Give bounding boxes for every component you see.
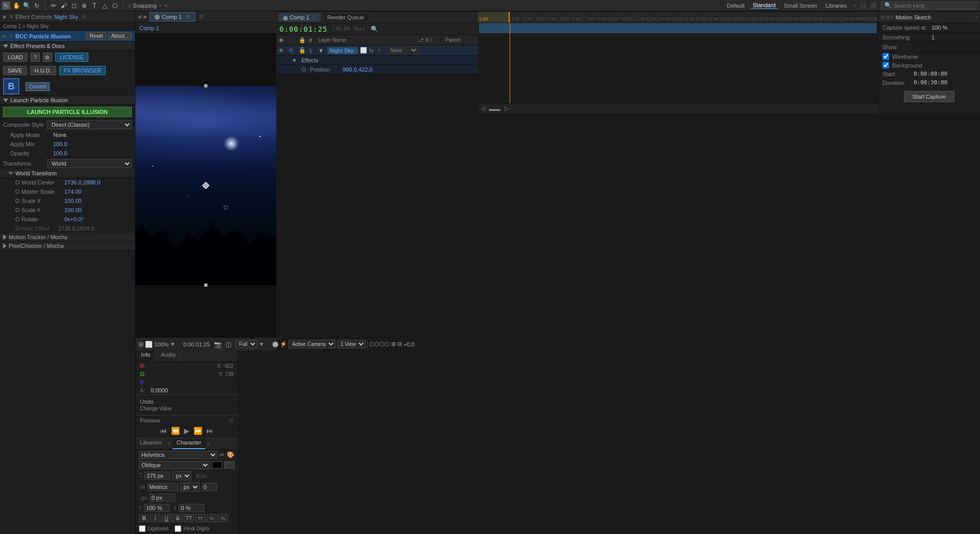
undo-label[interactable]: Undo	[140, 398, 233, 405]
kerning-input[interactable]	[202, 483, 217, 491]
workspace-standard[interactable]: Standard	[751, 2, 778, 9]
hindi-digits-checkbox[interactable]	[175, 525, 181, 532]
background-checkbox[interactable]	[882, 62, 889, 68]
camera-tool-icon[interactable]: ⬡	[111, 2, 119, 10]
camera-dropdown[interactable]: Active Camera	[289, 340, 336, 349]
workspace-libraries[interactable]: Libraries	[823, 3, 849, 9]
snapping-control[interactable]: □ Snapping ⌖ ✛	[128, 3, 168, 9]
stamp-tool-icon[interactable]: ⊕	[80, 2, 88, 10]
info-tab[interactable]: Info	[136, 351, 156, 361]
start-capture-button[interactable]: Start Capture	[904, 91, 954, 102]
resolution-arrow[interactable]: ▼	[259, 341, 264, 347]
comp1-tab[interactable]: ⬤ Comp 1 ☰	[150, 12, 195, 21]
rotate-tool-icon[interactable]: ↻	[33, 2, 41, 10]
reset-button[interactable]: Reset	[86, 32, 106, 40]
timeline-layer-row[interactable]: 👁 ⊙ 🔓 1 ▼ Night Sky ⬜ fx / None	[276, 45, 478, 56]
pixel-aspect-btn[interactable]: ⊟	[397, 341, 402, 347]
transfer-controls[interactable]: ⬡⬡⬡⬡	[369, 341, 390, 347]
layer-lock-btn[interactable]: 🔓	[299, 47, 307, 54]
handle-bot-mid[interactable]	[204, 283, 208, 287]
font-style-select[interactable]: Oblique	[139, 461, 210, 469]
view-select[interactable]: 1 View	[337, 340, 366, 349]
transforms-select[interactable]: World	[47, 159, 132, 168]
libraries-expand-icon[interactable]: »	[165, 438, 173, 449]
char-expand-icon[interactable]: »	[205, 438, 212, 449]
allcaps-btn[interactable]: TT	[184, 514, 194, 522]
exposure-control[interactable]: +0.0	[403, 341, 415, 347]
resolution-select[interactable]: Full	[235, 340, 257, 349]
master-scale-val[interactable]: 174.00	[64, 189, 82, 195]
italic-btn[interactable]: I	[150, 514, 160, 522]
color-manage-btn[interactable]: ⬤ ⚡ Active Camera 1 View ⬡⬡⬡⬡ ⊞ ⊟ +0.0	[272, 340, 415, 349]
current-preset-tab[interactable]: Current	[26, 82, 50, 91]
layer-name-display[interactable]: Night Sky	[327, 47, 358, 54]
baseline-input[interactable]	[150, 494, 175, 502]
scale-y-val[interactable]: 100.00	[64, 207, 82, 213]
ligatures-checkbox[interactable]	[139, 525, 146, 532]
fx-browser-button[interactable]: FX BROWSER	[59, 66, 106, 75]
audio-tab[interactable]: Audio	[156, 351, 181, 361]
hud-button[interactable]: H.U.D.	[30, 66, 56, 75]
effects-expand-icon[interactable]: ▼	[292, 57, 297, 63]
workspace-small-screen[interactable]: Small Screen	[782, 3, 819, 9]
time-display[interactable]: 0:00:01:25	[183, 341, 210, 347]
world-center-val[interactable]: 2736.0,2888.0	[64, 179, 100, 185]
pixel-chooser-toggle[interactable]: PixelChooser / Mocha	[0, 242, 135, 250]
parent-select[interactable]: None	[388, 47, 418, 54]
subscript-btn[interactable]: Ts	[218, 514, 228, 522]
motion-tracker-toggle[interactable]: Motion Tracker / Mocha	[0, 233, 135, 242]
eraser-tool-icon[interactable]: ◻	[70, 2, 78, 10]
vert-scale-input[interactable]	[144, 504, 170, 512]
text-tool-icon[interactable]: T	[90, 2, 99, 10]
timeline-current-time[interactable]: 0:00:01:25	[279, 25, 327, 33]
tl-zoom-in-icon[interactable]: ▷	[505, 105, 509, 112]
pen-tool-icon[interactable]: ✏	[50, 2, 58, 10]
world-transform-toggle[interactable]: World Transform	[0, 169, 135, 178]
layer-expand-icon[interactable]: ▼	[318, 48, 325, 54]
selection-tool-icon[interactable]: ↖	[2, 2, 10, 10]
position-param-val[interactable]: 960.0,422.0	[343, 66, 372, 73]
rotate-val[interactable]: 0x+0.0°	[64, 216, 84, 222]
superscript-btn[interactable]: Ts	[206, 514, 217, 522]
font-family-select[interactable]: Helvetica	[139, 451, 218, 459]
graph-label[interactable]: graph	[880, 14, 894, 20]
smallcaps-btn[interactable]: TT	[195, 514, 205, 522]
libraries-tab[interactable]: Libraries	[136, 438, 165, 449]
character-tab[interactable]: Character	[173, 438, 205, 449]
launch-particle-illusion-button[interactable]: LAUNCH PARTICLE ILLUSION	[3, 107, 132, 117]
timeline-comp-tab[interactable]: ⬤ Comp 1 ☰	[278, 13, 321, 22]
preview-first-icon[interactable]: ⏮	[159, 426, 168, 436]
grid-icon[interactable]: ⊞	[138, 341, 144, 348]
ms-options-icon[interactable]: »	[975, 14, 978, 20]
horiz-scale-input[interactable]	[179, 504, 204, 512]
about-button[interactable]: About...	[108, 32, 132, 40]
load-button[interactable]: LOAD	[3, 53, 28, 62]
search-input[interactable]	[894, 3, 974, 9]
viewer-display-icon[interactable]: ⬜	[145, 341, 153, 348]
settings-button[interactable]: ⚙	[43, 53, 52, 62]
search-area[interactable]: 🔍	[881, 2, 978, 10]
fill-color-swatch[interactable]	[212, 461, 222, 469]
effect-presets-toggle[interactable]: Effect Presets & Docs	[0, 42, 135, 51]
breadcrumb-comp[interactable]: Comp 1	[139, 25, 159, 31]
comp-tab-nav-next[interactable]: ▶	[144, 14, 148, 19]
save-button[interactable]: SAVE	[3, 66, 27, 75]
wireframe-checkbox[interactable]	[882, 53, 889, 60]
preview-play-icon[interactable]: ▶	[183, 426, 190, 436]
help-button[interactable]: ?	[31, 53, 40, 62]
bold-btn[interactable]: B	[139, 514, 149, 522]
license-button[interactable]: LICENSE	[55, 53, 88, 62]
strikethrough-btn[interactable]: S	[173, 514, 183, 522]
render-queue-tab[interactable]: Render Queue	[323, 13, 369, 22]
preview-next-icon[interactable]: ⏩	[193, 426, 203, 436]
camera-select[interactable]: Active Camera	[289, 340, 336, 349]
preview-prev-icon[interactable]: ⏪	[170, 426, 181, 436]
grid-guide-btn[interactable]: ⊞	[391, 341, 396, 347]
layer-visibility-btn[interactable]: 👁	[278, 48, 286, 54]
font-edit-icon[interactable]: ✏	[220, 451, 225, 458]
viewer-options-icon[interactable]: ☰	[199, 14, 204, 19]
zoom-arrow-icon[interactable]: ▼	[170, 341, 175, 347]
view-dropdown[interactable]: 1 View	[337, 340, 366, 349]
layer-solo-btn[interactable]: ⊙	[289, 47, 297, 54]
zoom-level[interactable]: 100%	[154, 341, 169, 347]
